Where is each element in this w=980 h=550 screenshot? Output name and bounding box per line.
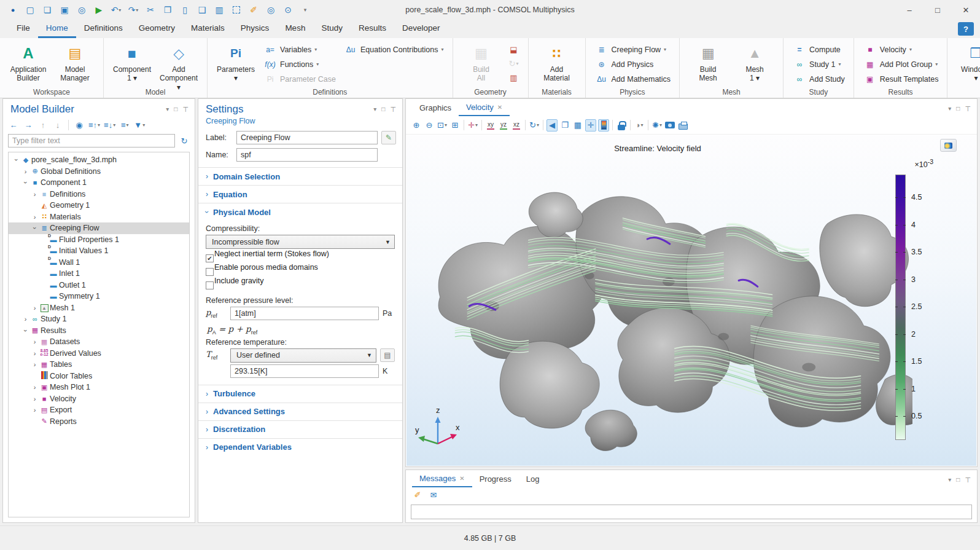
find-icon[interactable]: ◎	[263, 2, 279, 17]
tree-chevron-icon[interactable]: ›	[31, 406, 39, 414]
remove-details-icon[interactable]: ▥	[506, 71, 522, 84]
tree-chevron-icon[interactable]: ›	[31, 350, 39, 357]
print-icon[interactable]	[677, 119, 688, 132]
menu-mesh[interactable]: Mesh	[277, 20, 313, 38]
graphics-tab-velocity[interactable]: Velocity✕	[459, 99, 510, 116]
section-discretization[interactable]: › Discretization	[198, 420, 402, 438]
tree-node-derived-values[interactable]: ›8.85e-12Derived Values	[9, 348, 189, 359]
messages-tab-log[interactable]: Log	[519, 470, 547, 487]
add-physics-button[interactable]: ⊛Add Physics	[592, 58, 674, 71]
menu-definitions[interactable]: Definitions	[76, 20, 131, 38]
panel-pin-icon[interactable]: ⊤	[182, 106, 189, 114]
parameters-button[interactable]: PiParameters ▾	[214, 42, 258, 84]
tree-chevron-icon[interactable]: ›	[22, 179, 29, 187]
environment-icon[interactable]: ✺▾	[651, 119, 663, 132]
tree-chevron-icon[interactable]: ›	[21, 168, 29, 175]
expand-all-icon[interactable]: ≡↓▾	[104, 119, 115, 131]
tree-chevron-icon[interactable]: ›	[31, 224, 39, 232]
section-dependent-variables[interactable]: › Dependent Variables	[198, 438, 402, 456]
graphics-tab-graphics[interactable]: Graphics	[412, 99, 459, 116]
tree-node-root[interactable]: ›◆pore_scale_flow_3d.mph	[9, 154, 189, 166]
tree-chevron-icon[interactable]: ›	[31, 213, 39, 221]
panel-float-icon[interactable]: □	[956, 476, 960, 484]
snapshot-icon[interactable]	[664, 119, 675, 132]
transparency-icon[interactable]: ❐	[559, 119, 570, 132]
help-button[interactable]: ?	[958, 22, 974, 36]
panel-chevron-icon[interactable]: ▾	[166, 106, 169, 114]
checkbox-checked[interactable]: ✔	[206, 254, 214, 262]
reference-pressure-input[interactable]: 1[atm]	[230, 307, 379, 320]
axis-orientation-icon[interactable]: ✛	[585, 119, 596, 132]
tree-node-inlet-1[interactable]: ▬Inlet 1	[9, 268, 189, 280]
tree-node-mesh-plot-1[interactable]: ›▣Mesh Plot 1	[9, 382, 189, 393]
undo-icon[interactable]: ↶▾	[108, 2, 124, 17]
tree-node-results[interactable]: ›▦Results	[9, 325, 189, 337]
tree-filter-input[interactable]	[8, 134, 175, 147]
paste-icon[interactable]: ▯	[177, 2, 193, 17]
menu-materials[interactable]: Materials	[183, 20, 233, 38]
panel-chevron-icon[interactable]: ▾	[948, 105, 951, 113]
open-file-icon[interactable]: ❏	[39, 2, 55, 17]
menu-study[interactable]: Study	[313, 20, 351, 38]
cut-icon[interactable]: ✂	[142, 2, 158, 17]
menu-physics[interactable]: Physics	[233, 20, 278, 38]
rename-icon[interactable]: ✎	[381, 131, 396, 144]
tree-node-materials[interactable]: ›∷Materials	[9, 211, 189, 223]
tree-node-mesh-1[interactable]: ›▲Mesh 1	[9, 302, 189, 314]
tree-node-fluid-properties-1[interactable]: ▬DFluid Properties 1	[9, 234, 189, 246]
close-button[interactable]: ✕	[952, 0, 980, 20]
move-up-icon[interactable]: ↑	[37, 119, 49, 131]
tree-node-export[interactable]: ›▤Export	[9, 404, 189, 416]
color-legend-icon[interactable]	[598, 119, 609, 132]
tree-chevron-icon[interactable]: ›	[13, 156, 20, 164]
result-templates-button[interactable]: ▣Result Templates	[860, 73, 941, 85]
menu-geometry[interactable]: Geometry	[131, 20, 183, 38]
tree-node-initial-values-1[interactable]: ▬DInitial Values 1	[9, 245, 189, 257]
compressibility-dropdown[interactable]: Incompressible flow ▼	[206, 235, 395, 249]
section-physical-model[interactable]: › Physical Model	[198, 203, 402, 221]
build-mesh-button[interactable]: ▦Build Mesh	[686, 42, 730, 84]
add-plot-group-button[interactable]: ▦Add Plot Group▾	[860, 58, 941, 71]
tree-node-tables[interactable]: ›▦Tables	[9, 359, 189, 371]
forward-icon[interactable]: →	[23, 119, 34, 131]
panel-chevron-icon[interactable]: ▾	[948, 476, 951, 484]
comsol-app-icon[interactable]: ●	[5, 2, 21, 17]
menu-file[interactable]: File	[9, 20, 38, 38]
save-icon[interactable]: ▣	[56, 2, 72, 17]
minimize-button[interactable]: –	[895, 0, 924, 20]
menu-developer[interactable]: Developer	[394, 20, 448, 38]
panel-chevron-icon[interactable]: ▾	[373, 106, 376, 114]
tree-node-creeping-flow[interactable]: ›≣Creeping Flow	[9, 222, 189, 234]
view-xz-icon[interactable]: xz	[511, 119, 522, 132]
grid-icon[interactable]: ▦	[572, 119, 583, 132]
duplicate-icon[interactable]: ❑	[194, 2, 210, 17]
panel-pin-icon[interactable]: ⊤	[965, 105, 971, 113]
component-1-button[interactable]: ■Component 1 ▾	[110, 42, 154, 84]
zoom-out-icon[interactable]: ⊖	[424, 119, 435, 132]
tree-chevron-icon[interactable]: ›	[31, 191, 39, 198]
back-icon[interactable]: ←	[8, 119, 19, 131]
checkbox-unchecked[interactable]	[206, 268, 214, 276]
tree-chevron-icon[interactable]: ›	[31, 395, 39, 403]
update-icon[interactable]: ↻▾	[506, 57, 522, 69]
maximize-button[interactable]: □	[924, 0, 952, 20]
model-tree-nodes-icon[interactable]: ≡▾	[119, 119, 130, 131]
message-log-icon[interactable]: ✉	[428, 489, 439, 501]
model-manager-button[interactable]: ▤Model Manager	[53, 42, 97, 84]
temperature-value-input[interactable]: 293.15[K]	[230, 364, 379, 378]
mesh-1-button[interactable]: ▲Mesh 1 ▾	[733, 42, 777, 84]
build-all-button[interactable]: ▦Build All	[459, 42, 504, 84]
section-advanced-settings[interactable]: › Advanced Settings	[198, 403, 402, 420]
menu-results[interactable]: Results	[351, 20, 394, 38]
qat-overflow-chevron-icon[interactable]: ▾	[297, 2, 313, 17]
tree-node-geometry-1[interactable]: ◭Geometry 1	[9, 200, 189, 211]
reference-temperature-dropdown[interactable]: User defined ▼	[230, 348, 376, 363]
go-to-view-icon[interactable]: ✛▾	[467, 119, 478, 132]
tree-node-global-definitions[interactable]: ›⊕Global Definitions	[9, 166, 189, 178]
clear-messages-icon[interactable]: ✐	[412, 489, 423, 501]
view-xy-icon[interactable]: xy	[485, 119, 496, 132]
study-1-select[interactable]: ∞Study 1▾	[790, 58, 847, 71]
panel-float-icon[interactable]: □	[381, 106, 385, 114]
view-yz-icon[interactable]: yz	[498, 119, 509, 132]
add-material-button[interactable]: ∷Add Material	[535, 42, 579, 84]
